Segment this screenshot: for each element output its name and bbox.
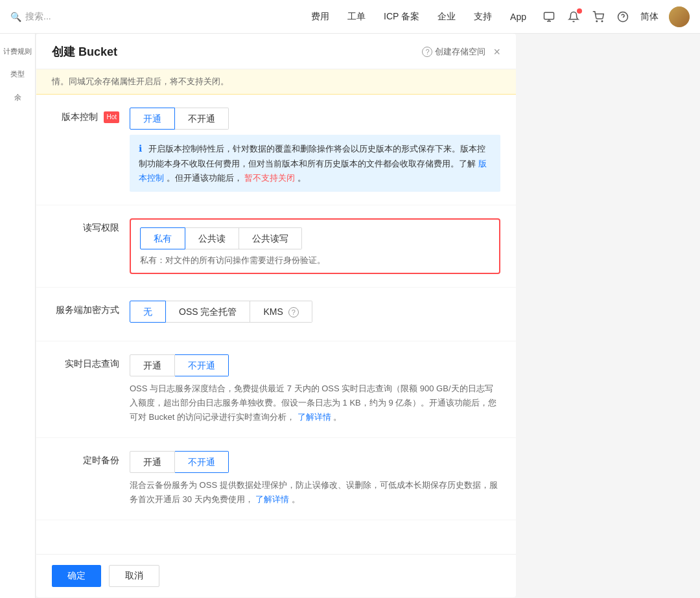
encryption-none-btn[interactable]: 无 bbox=[130, 301, 166, 323]
version-control-content: 开通 不开通 ℹ 开启版本控制特性后，针对数据的覆盖和删除操作将会以历史版本的形… bbox=[130, 108, 500, 192]
dialog-header: 创建 Bucket ? 创建存储空间 × bbox=[36, 34, 516, 69]
language-switch[interactable]: 简体 bbox=[640, 11, 659, 23]
permission-private-btn[interactable]: 私有 bbox=[140, 227, 185, 249]
dialog-footer: 确定 取消 bbox=[36, 554, 516, 597]
svg-point-3 bbox=[601, 21, 603, 22]
search-bar[interactable]: 🔍 搜索... bbox=[10, 11, 114, 23]
sidebar-item-billing[interactable]: 计费规则 bbox=[0, 41, 35, 62]
scheduled-backup-content: 开通 不开通 混合云备份服务为 OSS 提供数据处理保护，防止误修改、误删除，可… bbox=[130, 451, 500, 507]
encryption-kms-btn[interactable]: KMS ? bbox=[250, 301, 312, 323]
encryption-oss-btn[interactable]: OSS 完全托管 bbox=[166, 301, 250, 323]
version-control-label: 版本控制 Hot bbox=[52, 108, 130, 123]
read-permission-label: 读写权限 bbox=[52, 218, 130, 234]
info-icon: ℹ bbox=[139, 143, 142, 154]
realtime-log-desc: OSS 与日志服务深度结合，免费提供最近 7 天内的 OSS 实时日志查询（限额… bbox=[130, 382, 500, 424]
version-control-row: 版本控制 Hot 开通 不开通 ℹ 开启版本控制特性后，针对数据的覆盖和删除操作… bbox=[36, 95, 516, 205]
nav-fees[interactable]: 费用 bbox=[311, 11, 329, 23]
encryption-row: 服务端加密方式 无 OSS 完全托管 KMS ? bbox=[36, 288, 516, 341]
notification-icon[interactable] bbox=[566, 10, 581, 24]
topbar: 🔍 搜索... 费用 工单 ICP 备案 企业 支持 App 简体 bbox=[0, 0, 700, 34]
permission-public-readwrite-btn[interactable]: 公共读写 bbox=[239, 227, 302, 249]
help-circle-icon: ? bbox=[422, 47, 432, 57]
cart-icon[interactable] bbox=[591, 10, 605, 24]
avatar-image bbox=[669, 6, 690, 27]
dialog-help-link[interactable]: ? 创建存储空间 bbox=[422, 46, 485, 58]
nav-enterprise[interactable]: 企业 bbox=[438, 11, 456, 23]
version-control-disable-btn[interactable]: 不开通 bbox=[175, 108, 229, 130]
permission-desc: 私有：对文件的所有访问操作需要进行身份验证。 bbox=[140, 255, 490, 266]
version-control-info-end: 。 bbox=[298, 173, 306, 183]
sidebar-item-remaining[interactable]: 余 bbox=[0, 87, 35, 108]
dialog-body: 情。同城冗余存储属性开启后，将不支持关闭。 版本控制 Hot 开通 不开通 ℹ … bbox=[36, 69, 516, 554]
realtime-log-disable-btn[interactable]: 不开通 bbox=[175, 354, 229, 376]
scheduled-backup-desc: 混合云备份服务为 OSS 提供数据处理保护，防止误修改、误删除，可低成本长期保存… bbox=[130, 478, 500, 507]
realtime-log-row: 实时日志查询 开通 不开通 OSS 与日志服务深度结合，免费提供最近 7 天内的… bbox=[36, 341, 516, 438]
hot-badge: Hot bbox=[104, 111, 119, 123]
realtime-log-enable-btn[interactable]: 开通 bbox=[130, 354, 175, 376]
dialog-help-text: 创建存储空间 bbox=[435, 46, 485, 58]
realtime-log-content: 开通 不开通 OSS 与日志服务深度结合，免费提供最近 7 天内的 OSS 实时… bbox=[130, 354, 500, 424]
scheduled-backup-label: 定时备份 bbox=[52, 451, 130, 466]
encryption-btn-group: 无 OSS 完全托管 KMS ? bbox=[130, 301, 500, 323]
topbar-nav: 费用 工单 ICP 备案 企业 支持 App bbox=[311, 11, 526, 23]
version-control-info-suffix: 。但开通该功能后， bbox=[167, 173, 242, 183]
version-control-btn-group: 开通 不开通 bbox=[130, 108, 500, 130]
search-icon: 🔍 bbox=[10, 12, 21, 22]
avatar[interactable] bbox=[669, 6, 690, 27]
permission-public-read-btn[interactable]: 公共读 bbox=[185, 227, 239, 249]
version-control-info-text: 开启版本控制特性后，针对数据的覆盖和删除操作将会以历史版本的形式保存下来。版本控… bbox=[139, 144, 485, 168]
scheduled-backup-enable-btn[interactable]: 开通 bbox=[130, 451, 175, 473]
read-permission-row: 读写权限 私有 公共读 公共读写 私有：对文件的所有访问操作需要进行身份验证。 bbox=[36, 205, 516, 288]
dialog-header-right: ? 创建存储空间 × bbox=[422, 46, 500, 58]
nav-ticket[interactable]: 工单 bbox=[347, 11, 366, 23]
sidebar: 计费规则 类型 余 bbox=[0, 34, 36, 598]
encryption-content: 无 OSS 完全托管 KMS ? bbox=[130, 301, 500, 328]
realtime-log-btn-group: 开通 不开通 bbox=[130, 354, 500, 376]
sidebar-item-type[interactable]: 类型 bbox=[0, 64, 35, 84]
scheduled-backup-row: 定时备份 开通 不开通 混合云备份服务为 OSS 提供数据处理保护，防止误修改、… bbox=[36, 438, 516, 520]
main-layout: 计费规则 类型 余 创建 Bucket ? 创建存储空间 × 情。同城冗余存 bbox=[0, 34, 700, 598]
version-control-enable-btn[interactable]: 开通 bbox=[130, 108, 175, 130]
realtime-log-link[interactable]: 了解详情 bbox=[298, 412, 331, 422]
cancel-button[interactable]: 取消 bbox=[109, 565, 159, 587]
scheduled-backup-link[interactable]: 了解详情 bbox=[255, 494, 289, 504]
svg-rect-0 bbox=[544, 12, 554, 19]
nav-app[interactable]: App bbox=[510, 12, 526, 22]
notification-badge bbox=[577, 8, 582, 14]
read-permission-content: 私有 公共读 公共读写 私有：对文件的所有访问操作需要进行身份验证。 bbox=[130, 218, 500, 274]
monitor-icon[interactable] bbox=[542, 10, 556, 24]
dialog-title: 创建 Bucket bbox=[52, 44, 117, 60]
kms-help-icon[interactable]: ? bbox=[288, 307, 299, 317]
scheduled-backup-btn-group: 开通 不开通 bbox=[130, 451, 500, 473]
nav-support[interactable]: 支持 bbox=[474, 11, 492, 23]
close-button[interactable]: × bbox=[493, 46, 500, 58]
scheduled-backup-disable-btn[interactable]: 不开通 bbox=[175, 451, 229, 473]
version-control-no-close-link[interactable]: 暂不支持关闭 bbox=[244, 173, 295, 183]
topbar-icons: 简体 bbox=[542, 6, 690, 27]
permission-section: 私有 公共读 公共读写 私有：对文件的所有访问操作需要进行身份验证。 bbox=[130, 218, 500, 274]
svg-point-2 bbox=[596, 21, 598, 22]
help-icon[interactable] bbox=[616, 10, 630, 24]
search-placeholder: 搜索... bbox=[25, 11, 51, 23]
permission-btn-group: 私有 公共读 公共读写 bbox=[140, 227, 490, 249]
create-bucket-dialog: 创建 Bucket ? 创建存储空间 × 情。同城冗余存储属性开启后，将不支持关… bbox=[36, 34, 516, 597]
realtime-log-label: 实时日志查询 bbox=[52, 354, 130, 370]
warning-text: 情。同城冗余存储属性开启后，将不支持关闭。 bbox=[52, 76, 229, 86]
encryption-label: 服务端加密方式 bbox=[52, 301, 130, 316]
version-control-info: ℹ 开启版本控制特性后，针对数据的覆盖和删除操作将会以历史版本的形式保存下来。版… bbox=[130, 135, 500, 192]
nav-icp[interactable]: ICP 备案 bbox=[384, 11, 419, 23]
confirm-button[interactable]: 确定 bbox=[52, 565, 101, 587]
warning-banner: 情。同城冗余存储属性开启后，将不支持关闭。 bbox=[36, 69, 516, 95]
